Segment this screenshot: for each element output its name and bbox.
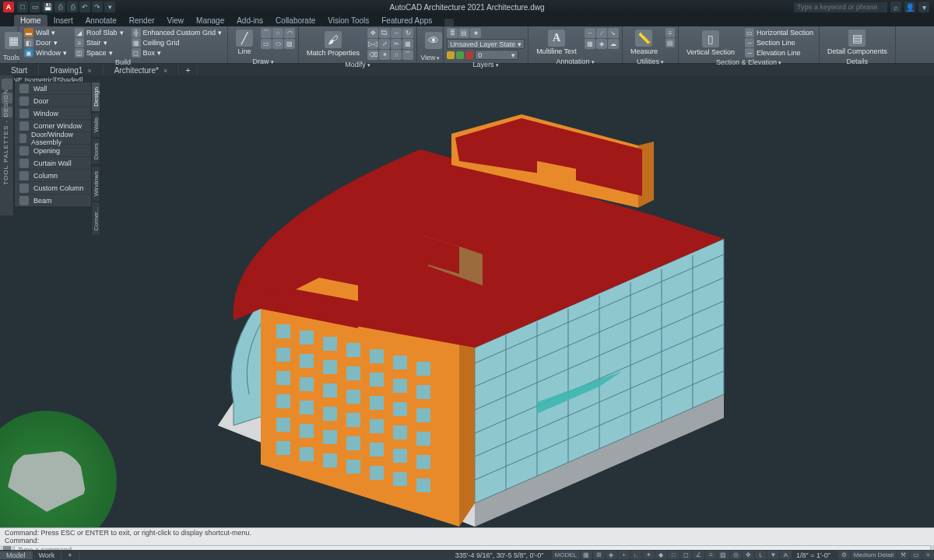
tab-expander-icon[interactable] <box>444 19 454 26</box>
elevation-line[interactable]: ─Elevation Line <box>743 48 816 58</box>
revcloud-icon[interactable]: ☁ <box>608 39 619 49</box>
tab-home[interactable]: Home <box>14 15 47 26</box>
file-tab-start[interactable]: Start <box>0 65 39 75</box>
multiline-text[interactable]: AMultiline Text <box>532 28 581 57</box>
polyline-icon[interactable]: ⌒ <box>261 28 272 38</box>
dim-aligned-icon[interactable]: ⟋ <box>596 28 607 38</box>
explode-icon[interactable]: ✶ <box>379 50 390 60</box>
anno-toggle[interactable]: A <box>780 551 792 559</box>
customgrid-tool[interactable]: ╬Enhanced Custom Grid ▾ <box>129 28 225 37</box>
monitor-icon[interactable]: ▭ <box>910 551 922 559</box>
stair-tool[interactable]: ≡Stair ▾ <box>72 38 126 47</box>
customize-icon[interactable]: ≡ <box>922 551 934 559</box>
palette-tab-design[interactable]: Design <box>91 82 100 112</box>
palette-column[interactable]: Column <box>15 170 91 182</box>
palette-dwa[interactable]: Door/Window Assembly <box>15 132 91 145</box>
grid-toggle[interactable]: ▦ <box>581 551 592 559</box>
palette-tab-walls[interactable]: Walls <box>91 112 100 138</box>
dyn-toggle[interactable]: + <box>618 551 630 559</box>
layermanager-icon[interactable]: ▤ <box>458 28 469 38</box>
tab-addins[interactable]: Add-ins <box>230 15 269 26</box>
tab-view[interactable]: View <box>161 15 191 26</box>
copy-icon[interactable]: ⿻ <box>379 28 390 38</box>
vertical-section[interactable]: ▯Vertical Section <box>682 28 739 58</box>
layout-tab-model[interactable]: Model <box>0 551 33 559</box>
palette-tab-corner[interactable]: Corner... <box>91 201 100 236</box>
workspace-icon[interactable]: ⚒ <box>897 551 909 559</box>
ellipse-icon[interactable]: ⬭ <box>272 39 283 49</box>
section-line[interactable]: ─Section Line <box>743 38 816 47</box>
file-tab-new[interactable]: + <box>179 65 197 75</box>
qat-new-icon[interactable]: □ <box>17 2 28 12</box>
inquiry-icon1[interactable]: ≡ <box>665 28 675 37</box>
palette-wall[interactable]: Wall <box>15 82 91 95</box>
scale-icon[interactable]: ⤢ <box>379 39 390 49</box>
iso-toggle[interactable]: ◆ <box>655 551 667 559</box>
qat-undo-icon[interactable]: ↶ <box>79 2 90 12</box>
roofslab-tool[interactable]: ◢Roof Slab ▾ <box>72 28 126 37</box>
tab-manage[interactable]: Manage <box>190 15 230 26</box>
cycle-toggle[interactable]: ◎ <box>730 551 742 559</box>
palette-beam[interactable]: Beam <box>15 194 91 207</box>
search-icon[interactable]: ⌕ <box>890 2 901 12</box>
dim-linear-icon[interactable]: ↔ <box>585 28 595 38</box>
trim-icon[interactable]: ✂ <box>391 39 402 49</box>
gear-icon[interactable]: ⚙ <box>838 551 850 559</box>
palette-opening[interactable]: Opening <box>15 145 91 157</box>
palette-tab-doors[interactable]: Doors <box>91 138 100 165</box>
qat-print-icon[interactable]: ⎙ <box>67 2 78 12</box>
rotate-icon[interactable]: ↻ <box>402 28 413 38</box>
palette-tab-windows[interactable]: Windows <box>91 166 100 201</box>
polar-toggle[interactable]: ✶ <box>643 551 655 559</box>
layer-state-combo[interactable]: Unsaved Layer State▾ <box>447 39 525 49</box>
filter-toggle[interactable]: ▼ <box>767 551 779 559</box>
swatch-red[interactable] <box>465 51 473 59</box>
wall-tool[interactable]: ▬Wall ▾ <box>22 28 69 37</box>
space-tool[interactable]: ◫Space ▾ <box>72 48 126 58</box>
tab-insert[interactable]: Insert <box>47 15 79 26</box>
snap-toggle[interactable]: ⊞ <box>593 551 605 559</box>
search-input[interactable] <box>794 2 887 12</box>
tran-toggle[interactable]: ▧ <box>718 551 729 559</box>
close-icon[interactable]: × <box>163 67 167 75</box>
view-tool-btn[interactable]: 👁 <box>420 28 447 53</box>
ducs-toggle[interactable]: L <box>755 551 767 559</box>
table-icon[interactable]: ▦ <box>585 39 595 49</box>
infer-toggle[interactable]: ◈ <box>606 551 617 559</box>
palette-window[interactable]: Window <box>15 107 91 120</box>
detail-level[interactable]: Medium Detail <box>851 551 897 559</box>
fillet-icon[interactable]: ⌒ <box>402 50 413 60</box>
door-tool[interactable]: ◧Door ▾ <box>22 38 69 47</box>
qat-save-icon[interactable]: 💾 <box>42 2 53 12</box>
layerstate-icon[interactable]: ★ <box>470 28 481 38</box>
tab-annotate[interactable]: Annotate <box>79 15 123 26</box>
tab-render[interactable]: Render <box>123 15 161 26</box>
palette-door[interactable]: Door <box>15 95 91 107</box>
ortho-toggle[interactable]: ∟ <box>630 551 642 559</box>
qat-saveas-icon[interactable]: ⎙ <box>54 2 65 12</box>
file-tab-architecture[interactable]: Architecture*× <box>104 65 180 75</box>
swatch-green[interactable] <box>456 51 464 59</box>
palette-curtainwall[interactable]: Curtain Wall <box>15 157 91 170</box>
move-icon[interactable]: ✥ <box>367 28 378 38</box>
qat-open-icon[interactable]: ▭ <box>30 2 40 12</box>
palette-customcolumn[interactable]: Custom Column <box>15 182 91 194</box>
detail-components[interactable]: ▤Detail Components <box>823 28 892 57</box>
viewport[interactable]: [-][NE Isometric][Shaded] TOOL PALETTES … <box>0 75 934 527</box>
close-icon[interactable]: × <box>87 67 91 75</box>
hatch-icon[interactable]: ▨ <box>284 39 295 49</box>
box-tool[interactable]: ◻Box ▾ <box>129 48 225 58</box>
app-icon[interactable]: A <box>3 2 14 12</box>
offset-icon[interactable]: ⎍ <box>391 50 402 60</box>
lwt-toggle[interactable]: ≡ <box>705 551 717 559</box>
layout-tab-work[interactable]: Work <box>33 551 62 559</box>
qat-redo-icon[interactable]: ↷ <box>92 2 103 12</box>
inquiry-icon2[interactable]: ▤ <box>665 38 675 47</box>
swatch-yellow[interactable] <box>447 51 455 59</box>
otrack-toggle[interactable]: ∠ <box>693 551 704 559</box>
horizontal-section[interactable]: ▭Horizontal Section <box>743 28 816 37</box>
osnap-toggle[interactable]: □ <box>668 551 679 559</box>
help-icon[interactable]: ▾ <box>918 2 929 12</box>
tab-featured-apps[interactable]: Featured Apps <box>375 15 438 26</box>
layout-tab-new[interactable]: + <box>61 551 79 559</box>
